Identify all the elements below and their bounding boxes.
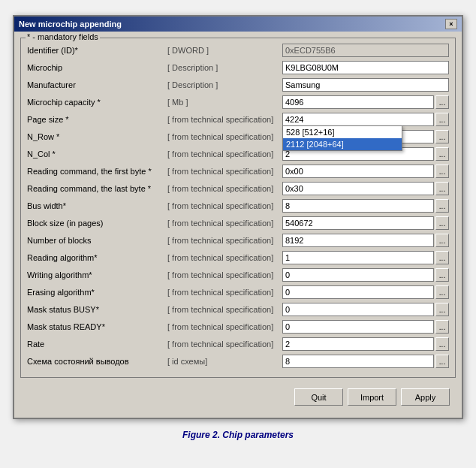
field-label: Reading command, the first byte *	[27, 167, 166, 176]
field-input[interactable]	[282, 61, 449, 74]
table-row: Reading command, the last byte *[ from t…	[27, 181, 449, 196]
field-value-col: ...	[282, 355, 449, 368]
field-label: Writing algorithm*	[27, 270, 166, 279]
field-spec: [ from technical specification]	[166, 305, 282, 314]
dropdown-item[interactable]: 528 [512+16]	[283, 126, 402, 138]
browse-button[interactable]: ...	[435, 182, 449, 195]
table-row: Reading command, the first byte *[ from …	[27, 164, 449, 179]
browse-button[interactable]: ...	[435, 355, 449, 368]
window-title: New microchip appending	[19, 20, 122, 29]
field-spec: [ from technical specification]	[166, 236, 282, 245]
field-spec: [ from technical specification]	[166, 132, 282, 141]
field-input[interactable]	[282, 78, 449, 92]
field-input[interactable]	[282, 337, 434, 351]
quit-button[interactable]: Quit	[294, 388, 343, 406]
field-input[interactable]	[282, 165, 434, 178]
table-row: Microchip[ Description ]	[27, 60, 449, 75]
table-row: Bus width*[ from technical specification…	[27, 198, 449, 213]
field-label: Microchip	[27, 63, 166, 72]
apply-button[interactable]: Apply	[401, 388, 450, 406]
browse-button[interactable]: ...	[435, 337, 449, 351]
field-spec: [ from technical specification]	[166, 184, 282, 193]
title-bar: New microchip appending ×	[14, 17, 462, 32]
field-spec: [ from technical specification]	[166, 322, 282, 331]
field-value-col: ...	[282, 337, 449, 351]
browse-button[interactable]: ...	[435, 165, 449, 178]
field-value-col: ...	[282, 216, 449, 230]
mandatory-fields-group: * - mandatory fields Identifier (ID)*[ D…	[20, 38, 456, 378]
browse-button[interactable]: ...	[435, 320, 449, 334]
field-spec: [ Mb ]	[166, 98, 282, 107]
table-row: Схема состояний выводов[ id схемы]...	[27, 354, 449, 369]
mandatory-legend: * - mandatory fields	[26, 32, 100, 41]
field-value-col: ...	[282, 303, 449, 316]
field-value-col: ...	[282, 234, 449, 247]
field-input[interactable]	[282, 216, 434, 230]
field-value-col	[282, 78, 449, 92]
browse-button[interactable]: ...	[435, 303, 449, 316]
field-label: N_Col *	[27, 149, 166, 159]
field-spec: [ id схемы]	[166, 357, 282, 366]
field-label: Reading command, the last byte *	[27, 184, 166, 193]
table-row: Writing algorithm*[ from technical speci…	[27, 267, 449, 282]
field-spec: [ Description ]	[166, 63, 282, 72]
browse-button[interactable]: ...	[435, 234, 449, 247]
dropdown-menu: 528 [512+16]2112 [2048+64]	[282, 125, 402, 151]
field-label: Reading algorithm*	[27, 253, 166, 262]
field-spec: [ from technical specification]	[166, 253, 282, 262]
import-button[interactable]: Import	[348, 388, 396, 406]
field-input[interactable]	[282, 320, 434, 334]
field-label: Page size *	[27, 115, 166, 124]
field-label: Identifier (ID)*	[27, 46, 166, 55]
browse-button[interactable]: ...	[435, 285, 449, 299]
bottom-buttons: Quit Import Apply	[20, 384, 456, 412]
browse-button[interactable]: ...	[435, 95, 449, 109]
field-value-col: ...	[282, 165, 449, 178]
field-input[interactable]	[282, 251, 434, 264]
browse-button[interactable]: ...	[435, 251, 449, 264]
field-value-col	[282, 44, 449, 57]
table-row: Identifier (ID)*[ DWORD ]	[27, 43, 449, 58]
field-label: Microchip capacity *	[27, 98, 166, 107]
field-value-col: ...	[282, 95, 449, 109]
field-value-col: ...	[282, 113, 449, 126]
field-value-col: ...	[282, 199, 449, 213]
field-input[interactable]	[282, 285, 434, 299]
field-value-col: ...	[282, 182, 449, 195]
browse-button[interactable]: ...	[435, 268, 449, 282]
field-input[interactable]	[282, 234, 434, 247]
field-input[interactable]	[282, 182, 434, 195]
field-input[interactable]	[282, 355, 434, 368]
field-spec: [ from technical specification]	[166, 149, 282, 159]
field-spec: [ from technical specification]	[166, 288, 282, 297]
table-row: Rate[ from technical specification]...	[27, 337, 449, 352]
field-input[interactable]	[282, 199, 434, 213]
browse-button[interactable]: ...	[435, 147, 449, 161]
table-row: Number of blocks[ from technical specifi…	[27, 233, 449, 248]
field-spec: [ from technical specification]	[166, 115, 282, 124]
dropdown-item[interactable]: 2112 [2048+64]	[283, 138, 402, 150]
table-row: Erasing algorithm*[ from technical speci…	[27, 285, 449, 300]
table-row: Block size (in pages)[ from technical sp…	[27, 216, 449, 231]
field-spec: [ from technical specification]	[166, 340, 282, 349]
field-label: Number of blocks	[27, 236, 166, 245]
field-input[interactable]	[282, 113, 434, 126]
form-rows: Identifier (ID)*[ DWORD ]Microchip[ Desc…	[27, 43, 449, 369]
table-row: Page size *[ from technical specificatio…	[27, 112, 449, 127]
browse-button[interactable]: ...	[435, 216, 449, 230]
field-input[interactable]	[282, 268, 434, 282]
field-spec: [ from technical specification]	[166, 219, 282, 228]
field-label: Mask status READY*	[27, 322, 166, 331]
field-input[interactable]	[282, 303, 434, 316]
field-value-col: ...	[282, 251, 449, 264]
table-row: Manufacturer[ Description ]	[27, 77, 449, 92]
browse-button[interactable]: ...	[435, 113, 449, 126]
field-value-col: ...	[282, 285, 449, 299]
close-button[interactable]: ×	[445, 19, 457, 29]
table-row: Mask status READY*[ from technical speci…	[27, 319, 449, 334]
field-label: Схема состояний выводов	[27, 357, 166, 366]
field-input	[282, 44, 449, 57]
field-input[interactable]	[282, 95, 434, 109]
browse-button[interactable]: ...	[435, 130, 449, 143]
browse-button[interactable]: ...	[435, 199, 449, 213]
